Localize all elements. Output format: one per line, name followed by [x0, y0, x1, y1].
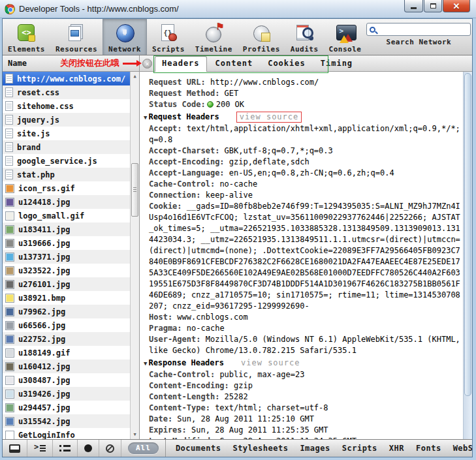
filter-images-button[interactable]: Images — [300, 444, 330, 453]
tab-timing[interactable]: Timing — [314, 57, 359, 71]
filter-fonts-button[interactable]: Fonts — [416, 444, 441, 453]
clear-button[interactable] — [99, 440, 121, 457]
resource-name: brand — [17, 143, 40, 152]
request-headers-section-title[interactable]: ▼Request Headersview source — [144, 111, 462, 123]
toolbar-item-resources[interactable]: Resources — [50, 19, 103, 55]
toolbar-item-audits[interactable]: Audits — [285, 19, 324, 55]
resource-row[interactable]: u124418.jpg — [3, 195, 130, 209]
image-thumbnail-icon — [5, 348, 14, 358]
list-view-button[interactable] — [53, 440, 78, 457]
resource-row[interactable]: site.js — [3, 127, 130, 140]
main-scrollbar[interactable] — [463, 72, 472, 439]
resource-row[interactable]: logo_small.gif — [3, 209, 130, 222]
toolbar-item-elements[interactable]: Elements — [3, 19, 50, 55]
search-input[interactable] — [375, 24, 468, 35]
request-url-label: Request URL: — [149, 78, 206, 87]
resource-row[interactable]: u137371.jpg — [3, 250, 130, 264]
resource-row[interactable]: brand — [3, 140, 130, 154]
resource-name: u124418.jpg — [18, 198, 70, 207]
header-value: keep-alive — [200, 191, 252, 200]
resource-row[interactable]: GetLoginInfo — [3, 428, 130, 439]
resource-name: u319426.jpg — [18, 390, 70, 399]
main-scrollbar-thumb[interactable] — [464, 73, 471, 396]
maximize-button[interactable] — [424, 0, 442, 12]
resource-name: icon_rss.gif — [18, 184, 75, 193]
close-button[interactable]: ✕ — [443, 0, 470, 12]
search-box[interactable] — [366, 23, 471, 36]
tab-content[interactable]: Content — [209, 57, 260, 71]
tab-cookies[interactable]: Cookies — [261, 57, 312, 71]
document-icon — [5, 170, 13, 179]
resource-name: site.js — [17, 129, 50, 138]
filter-documents-button[interactable]: Documents — [176, 444, 221, 453]
scroll-down-arrow-icon[interactable]: ▼ — [131, 430, 139, 439]
resource-row[interactable]: sitehome.css — [3, 99, 130, 113]
resource-row[interactable]: http://www.cnblogs.com/ — [3, 72, 130, 85]
sidebar-scrollbar[interactable]: ▲ ▼ — [130, 72, 139, 439]
toolbar-item-label: Scripts — [152, 45, 185, 54]
filter-scripts-button[interactable]: Scripts — [342, 444, 377, 453]
resource-row[interactable]: u308487.jpg — [3, 373, 130, 387]
resource-row[interactable]: u183411.jpg — [3, 222, 130, 236]
header-value: no-cache — [182, 324, 225, 333]
resources-sidebar: http://www.cnblogs.com/reset.csssitehome… — [3, 72, 140, 439]
title-bar: Developer Tools - http://www.cnblogs.com… — [0, 0, 476, 18]
resource-row[interactable]: u319426.jpg — [3, 387, 130, 401]
response-view-source-link[interactable]: view source — [241, 358, 300, 367]
image-thumbnail-icon — [5, 390, 14, 399]
resource-row[interactable]: u294457.jpg — [3, 401, 130, 414]
header-value: GBK,utf-8;q=0.7,*;q=0.3 — [219, 146, 332, 155]
resource-row[interactable]: reset.css — [3, 85, 130, 99]
resource-row[interactable]: u188149.gif — [3, 346, 130, 360]
resource-row[interactable]: jquery.js — [3, 113, 130, 127]
resource-row[interactable]: u323522.jpg — [3, 264, 130, 277]
resource-row[interactable]: u66566.jpg — [3, 318, 130, 332]
collapse-triangle-icon: ▼ — [144, 114, 147, 121]
resource-row[interactable]: u319666.jpg — [3, 236, 130, 250]
scripts-icon — [158, 22, 179, 43]
resource-row[interactable]: google_service.js — [3, 154, 130, 168]
resource-row[interactable]: icon_rss.gif — [3, 181, 130, 195]
panel-close-button[interactable]: ✕ — [142, 59, 152, 69]
resource-name: u319666.jpg — [18, 239, 70, 248]
resource-row[interactable]: u22752.jpg — [3, 332, 130, 346]
tab-headers[interactable]: Headers — [155, 56, 207, 72]
toolbar-item-label: Timeline — [195, 45, 232, 54]
search-caption: Search Network — [387, 38, 452, 46]
network-icon — [114, 22, 135, 43]
toolbar-item-scripts[interactable]: Scripts — [147, 19, 190, 55]
status-code-line: Status Code:200 OK — [144, 99, 462, 110]
record-button[interactable] — [78, 440, 99, 457]
resource-row[interactable]: u315542.jpg — [3, 414, 130, 428]
toolbar-item-timeline[interactable]: Timeline — [190, 19, 238, 55]
console-icon — [334, 22, 355, 43]
header-line: Cache-Control: public, max-age=23 — [144, 369, 462, 380]
filter-stylesheets-button[interactable]: Stylesheets — [232, 444, 288, 453]
header-name: Accept-Language: — [149, 168, 225, 177]
scroll-up-arrow-icon[interactable]: ▲ — [131, 72, 139, 81]
header-line: Cache-Control: no-cache — [144, 179, 462, 190]
filter-websockets-button[interactable]: WebSockets — [453, 444, 472, 453]
resource-row[interactable]: u38921.bmp — [3, 291, 130, 305]
image-thumbnail-icon — [5, 198, 14, 207]
panel-header: Name 关闭按钮在此哦 ✕ HeadersContentCookiesTimi… — [3, 55, 472, 72]
request-view-source-link[interactable]: view source — [236, 112, 302, 123]
toolbar-item-network[interactable]: Network — [103, 19, 147, 55]
resources-icon — [66, 22, 87, 43]
resource-row[interactable]: stat.php — [3, 168, 130, 181]
toolbar-item-profiles[interactable]: Profiles — [238, 19, 285, 55]
resource-row[interactable]: u79962.jpg — [3, 305, 130, 318]
resource-row[interactable]: u160412.jpg — [3, 360, 130, 373]
resource-row[interactable]: u276101.jpg — [3, 277, 130, 291]
toolbar-item-console[interactable]: Console — [324, 19, 367, 55]
resource-name: sitehome.css — [17, 102, 74, 111]
console-drawer-button[interactable] — [27, 440, 53, 457]
response-headers-section-title[interactable]: ▼Response Headersview source — [144, 357, 462, 369]
request-headers-list: Accept: text/html,application/xhtml+xml,… — [144, 123, 462, 356]
minimize-button[interactable] — [404, 0, 423, 12]
sidebar-scrollbar-thumb[interactable] — [131, 163, 138, 217]
filter-all-button[interactable]: All — [128, 442, 159, 454]
dock-button[interactable] — [3, 440, 27, 457]
header-name: Cache-Control: — [149, 179, 215, 189]
filter-xhr-button[interactable]: XHR — [389, 444, 404, 453]
